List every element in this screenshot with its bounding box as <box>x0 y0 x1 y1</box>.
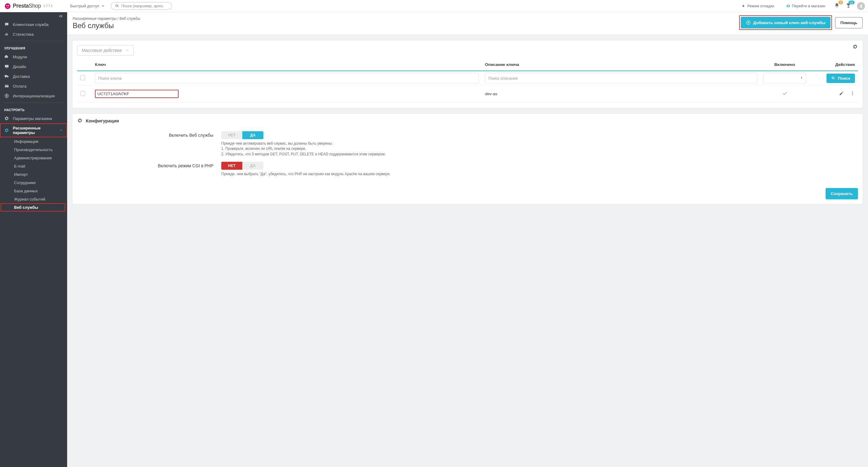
filter-search-button[interactable]: Поиск <box>827 73 855 83</box>
more-button[interactable] <box>850 91 855 97</box>
caret-down-icon <box>101 4 105 8</box>
sidebar-item-label: Интернационализация <box>13 94 63 98</box>
chevron-down-icon <box>125 49 129 52</box>
add-key-button[interactable]: Добавить новый ключ веб-службы <box>741 17 831 28</box>
enable-webservice-help: Прежде чем активировать веб-сервис, вы д… <box>221 141 429 157</box>
sidebar-item-label: Статистика <box>13 32 63 37</box>
webservice-table: Ключ Описание ключа Включено Действия <box>77 60 858 102</box>
sidebar-item-international[interactable]: Интернационализация <box>0 91 67 101</box>
sidebar-sub-information[interactable]: Информация <box>0 137 67 146</box>
sidebar-item-label: Дизайн <box>13 64 63 69</box>
select-all-checkbox[interactable] <box>80 75 85 80</box>
sidebar-sub-webservice[interactable]: Веб службы <box>1 203 65 212</box>
sidebar-sub-administration[interactable]: Администрирование <box>0 154 67 162</box>
sidebar-sub-logs[interactable]: Журнал событий <box>0 195 67 203</box>
enable-webservice-label: Включить Веб службы <box>82 131 213 157</box>
bulk-actions-button[interactable]: Массовые действия <box>77 45 134 56</box>
edit-button[interactable] <box>839 91 844 97</box>
svg-point-6 <box>8 5 9 6</box>
sidebar-item-label: Модули <box>13 55 63 59</box>
col-actions: Действия <box>809 60 858 71</box>
sidebar-sub-performance[interactable]: Производительность <box>0 146 67 154</box>
filter-enabled-select[interactable] <box>763 73 806 83</box>
gear-icon <box>4 128 9 133</box>
sidebar-sub-import[interactable]: Импорт <box>0 170 67 179</box>
quick-access[interactable]: Быстрый доступ <box>70 4 105 8</box>
switch-no: НЕТ <box>221 131 242 139</box>
save-button[interactable]: Сохранить <box>826 188 858 199</box>
eye-icon <box>786 4 790 8</box>
switch-no: НЕТ <box>221 162 242 170</box>
notif-badge: 4 <box>838 1 843 4</box>
brand-name: PrestaShop <box>13 3 41 9</box>
dots-icon <box>850 91 855 96</box>
search-icon <box>115 4 119 8</box>
sidebar-item-shop-params[interactable]: Параметры магазина <box>0 114 67 123</box>
filter-key-input[interactable] <box>95 73 479 83</box>
chat-icon <box>4 22 9 27</box>
brand-version: 1.7.7.1 <box>43 4 53 8</box>
pencil-icon <box>839 91 844 96</box>
search-icon <box>831 76 835 80</box>
enable-webservice-switch[interactable]: НЕТ ДА <box>221 131 264 139</box>
sidebar-item-design[interactable]: Дизайн <box>0 62 67 71</box>
debug-mode[interactable]: Режим отладки <box>741 4 774 8</box>
chevron-up-icon <box>60 128 63 133</box>
bulk-actions-label: Массовые действия <box>82 48 122 53</box>
sidebar-item-label: Клиентская служба <box>13 22 63 27</box>
save-button-label: Сохранить <box>831 191 853 196</box>
card-icon <box>4 84 9 89</box>
filter-desc-input[interactable] <box>485 73 757 83</box>
col-key[interactable]: Ключ <box>92 60 482 71</box>
logo[interactable]: PrestaShop 1.7.7.1 <box>0 3 67 9</box>
collapse-sidebar-button[interactable] <box>0 12 67 20</box>
view-store-label: Перейти в магазин <box>792 4 825 8</box>
view-store-link[interactable]: Перейти в магазин <box>786 4 825 8</box>
help-button[interactable]: Помощь <box>835 17 863 28</box>
truck-icon <box>4 74 9 79</box>
sidebar-item-modules[interactable]: Модули <box>0 52 67 62</box>
gamification[interactable]: 11 <box>845 2 851 9</box>
sidebar-sub-email[interactable]: E-mail <box>0 162 67 170</box>
sidebar-item-label: Параметры магазина <box>13 116 63 121</box>
user-icon <box>859 4 863 8</box>
col-desc[interactable]: Описание ключа <box>482 60 760 71</box>
gear-icon <box>77 118 83 123</box>
list-settings-button[interactable] <box>852 44 858 51</box>
configuration-panel: Конфигурация Включить Веб службы НЕТ ДА … <box>72 113 863 205</box>
switch-yes: ДА <box>242 131 264 139</box>
sidebar-sub-database[interactable]: База данных <box>0 187 67 195</box>
cart-badge: 11 <box>848 1 855 4</box>
webservice-list-panel: Массовые действия Ключ Описание ключа Вк… <box>72 40 863 108</box>
col-enabled[interactable]: Включено <box>760 60 809 71</box>
globe-icon <box>4 93 9 98</box>
user-avatar[interactable] <box>857 2 865 10</box>
sidebar-item-payment[interactable]: Оплата <box>0 81 67 91</box>
add-key-button-label: Добавить новый ключ веб-службы <box>753 21 826 25</box>
cgi-mode-help: Прежде, чем выбрать "Да", убедитесь, что… <box>221 172 429 177</box>
sidebar-item-shipping[interactable]: Доставка <box>0 71 67 81</box>
sidebar-sub-employees[interactable]: Сотрудники <box>0 179 67 187</box>
page-header: Расширенные параметры / Веб службы Веб с… <box>67 12 868 35</box>
row-checkbox[interactable] <box>80 91 85 96</box>
page-title: Веб службы <box>73 21 739 30</box>
logo-icon <box>4 3 11 9</box>
quick-access-label: Быстрый доступ <box>70 4 99 8</box>
global-search[interactable]: Поиск (например, арти <box>111 2 172 10</box>
sidebar-heading-configure: НАСТРОИТЬ <box>0 105 67 114</box>
stats-icon <box>4 32 9 37</box>
notifications[interactable]: 4 <box>834 2 840 9</box>
bug-icon <box>741 4 746 8</box>
add-key-highlight: Добавить новый ключ веб-службы <box>739 15 832 30</box>
cgi-mode-switch[interactable]: НЕТ ДА <box>221 162 264 170</box>
sidebar-heading-improve: УЛУЧШЕНИЯ <box>0 44 67 52</box>
puzzle-icon <box>4 54 9 59</box>
help-button-label: Помощь <box>840 21 857 25</box>
sidebar-item-stats[interactable]: Статистика <box>0 29 67 39</box>
gear-icon <box>852 44 858 50</box>
sidebar-item-advanced-params[interactable]: Расширенные параметры <box>0 123 67 137</box>
desc-value: dev-as <box>482 86 760 102</box>
svg-point-4 <box>5 3 10 8</box>
sidebar-item-customer-service[interactable]: Клиентская служба <box>0 20 67 29</box>
configuration-panel-header: Конфигурация <box>72 114 863 123</box>
